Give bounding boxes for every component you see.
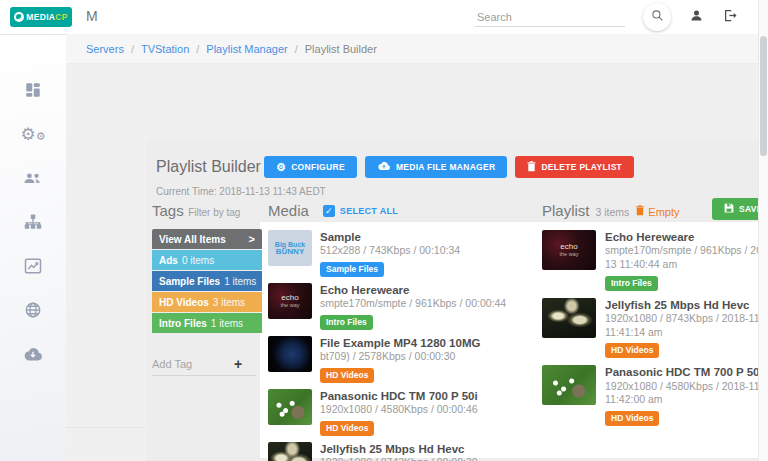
top-bar: MEDIACP M xyxy=(0,0,758,34)
delete-playlist-button[interactable]: DELETE PLAYLIST xyxy=(515,156,634,178)
tag-chip: HD Videos xyxy=(320,421,374,436)
breadcrumb-current: Playlist Builder xyxy=(305,43,377,55)
sidebar-item-settings[interactable]: ⚙⚙ xyxy=(22,123,44,145)
tag-count: 3 items xyxy=(213,297,245,308)
sitemap-icon xyxy=(24,213,42,231)
sidebar-item-dashboard[interactable] xyxy=(22,79,44,101)
media-item-title: File Example MP4 1280 10MG xyxy=(320,336,480,350)
scrollbar-thumb[interactable] xyxy=(760,36,767,156)
thumbnail-text: echo xyxy=(281,294,298,302)
logout-button[interactable] xyxy=(722,8,738,26)
media-item-title: Sample xyxy=(320,230,460,244)
breadcrumb-link-tvstation[interactable]: TVStation xyxy=(141,43,189,55)
scrollbar-track[interactable] xyxy=(758,0,768,461)
current-time: Current Time: 2018-11-13 11:43 AEDT xyxy=(156,186,326,197)
tag-chip: HD Videos xyxy=(605,411,659,426)
tag-label: HD Videos xyxy=(159,297,209,308)
globe-icon xyxy=(24,301,42,319)
tag-chip: Intro Files xyxy=(320,315,373,330)
tag-chip: HD Videos xyxy=(605,343,659,358)
sidebar: ⚙⚙ xyxy=(0,34,66,461)
tag-filter-ads[interactable]: Ads 0 items xyxy=(152,250,262,270)
media-item-meta: bt709) / 2578Kbps / 00:00:30 xyxy=(320,350,480,364)
tag-filter-sample-files[interactable]: Sample Files 1 items xyxy=(152,271,262,291)
media-file-manager-button[interactable]: MEDIA FILE MANAGER xyxy=(365,156,508,178)
tags-column: Tags Filter by tag View All Items > Ads … xyxy=(152,202,262,376)
sidebar-item-network[interactable] xyxy=(22,299,44,321)
playlist-row[interactable]: Jellyfish 25 Mbps Hd Hevc 1920x1080 / 87… xyxy=(542,298,768,359)
page-title: M xyxy=(86,8,98,24)
media-title: Media xyxy=(268,202,309,219)
user-account-button[interactable] xyxy=(689,8,704,26)
tag-chip: Intro Files xyxy=(605,276,658,291)
user-icon xyxy=(689,8,704,26)
cloud-download-icon xyxy=(23,346,43,362)
search-button[interactable] xyxy=(643,3,671,31)
delete-playlist-button-label: DELETE PLAYLIST xyxy=(541,162,622,172)
media-row[interactable]: echo the way Echo Hereweare smpte170m/sm… xyxy=(268,283,522,330)
media-thumbnail xyxy=(268,442,312,461)
playlist-row[interactable]: Panasonic HDC TM 700 P 50i 1920x1080 / 4… xyxy=(542,365,768,426)
cloud-upload-icon xyxy=(377,161,391,173)
media-item-title: Panasonic HDC TM 700 P 50i xyxy=(320,389,478,403)
media-item-meta: 1920x1080 / 8743Kbps / 00:00:30 xyxy=(320,456,478,461)
media-item-meta: 512x288 / 743Kbps / 00:10:34 xyxy=(320,244,460,258)
playlist-item-meta: 1920x1080 / 8743Kbps / 2018-11-13 11:41:… xyxy=(605,312,768,339)
empty-playlist-icon xyxy=(635,205,645,218)
thumbnail-text: echo xyxy=(560,243,577,251)
logo-text-media: MEDIA xyxy=(26,12,55,22)
media-item-title: Jellyfish 25 Mbps Hd Hevc xyxy=(320,442,478,456)
save-icon xyxy=(724,203,734,215)
media-thumbnail: echo the way xyxy=(268,283,312,319)
sidebar-item-downloads[interactable] xyxy=(22,343,44,365)
media-item-title: Echo Hereweare xyxy=(320,283,506,297)
playlist-thumbnail xyxy=(542,298,596,338)
media-row[interactable]: Panasonic HDC TM 700 P 50i 1920x1080 / 4… xyxy=(268,389,522,436)
search-input[interactable] xyxy=(475,8,625,27)
trash-icon xyxy=(527,161,536,174)
checkbox-checked-icon[interactable]: ✓ xyxy=(323,205,335,217)
breadcrumb: Servers / TVStation / Playlist Manager /… xyxy=(66,34,758,64)
card-title: Playlist Builder xyxy=(156,158,261,176)
logout-icon xyxy=(722,8,738,26)
tag-chip: HD Videos xyxy=(320,368,374,383)
media-file-manager-button-label: MEDIA FILE MANAGER xyxy=(396,162,496,172)
playlist-item-title: Echo Hereweare xyxy=(605,230,768,244)
playlist-thumbnail: echo the way xyxy=(542,230,596,270)
tag-filter-intro-files[interactable]: Intro Files 1 items xyxy=(152,313,262,333)
add-tag-input[interactable] xyxy=(152,358,234,370)
thumbnail-text: BUNNY xyxy=(276,248,304,256)
sidebar-item-users[interactable] xyxy=(22,167,44,189)
sidebar-item-hierarchy[interactable] xyxy=(22,211,44,233)
configure-button[interactable]: ⚙ CONFIGURE xyxy=(264,156,357,178)
breadcrumb-separator: / xyxy=(295,43,298,55)
dashboard-icon xyxy=(24,81,42,99)
breadcrumb-link-servers[interactable]: Servers xyxy=(86,43,124,55)
tag-label: Sample Files xyxy=(159,276,220,287)
media-thumbnail xyxy=(268,336,312,372)
mediacp-logo[interactable]: MEDIACP xyxy=(10,7,72,27)
select-all-control[interactable]: ✓ SELECT ALL xyxy=(323,205,398,217)
media-thumbnail: Big Buck BUNNY xyxy=(268,230,312,266)
configure-button-label: CONFIGURE xyxy=(291,162,345,172)
media-row[interactable]: File Example MP4 1280 10MG bt709) / 2578… xyxy=(268,336,522,383)
playlist-thumbnail xyxy=(542,365,596,405)
breadcrumb-separator: / xyxy=(131,43,134,55)
sidebar-item-statistics[interactable] xyxy=(22,255,44,277)
tag-filter-hd-videos[interactable]: HD Videos 3 items xyxy=(152,292,262,312)
tags-subtitle: Filter by tag xyxy=(188,207,240,218)
add-tag-plus-icon[interactable]: + xyxy=(234,357,242,371)
media-item-meta: smpte170m/smpte / 961Kbps / 00:00:44 xyxy=(320,297,506,311)
playlist-row[interactable]: echo the way Echo Hereweare smpte170m/sm… xyxy=(542,230,768,291)
tag-filter-view-all[interactable]: View All Items > xyxy=(152,229,262,249)
media-item-meta: 1920x1080 / 4580Kbps / 00:00:46 xyxy=(320,403,478,417)
media-row[interactable]: Big Buck BUNNY Sample 512x288 / 743Kbps … xyxy=(268,230,522,277)
playlist-item-meta: smpte170m/smpte / 961Kbps / 2018-11-13 1… xyxy=(605,244,768,271)
chevron-right-icon: > xyxy=(249,233,255,245)
breadcrumb-link-playlist-manager[interactable]: Playlist Manager xyxy=(206,43,287,55)
thumbnail-text: the way xyxy=(281,302,300,309)
empty-playlist-link[interactable]: Empty xyxy=(635,205,679,218)
playlist-item-count: 3 items xyxy=(596,206,630,218)
media-row[interactable]: Jellyfish 25 Mbps Hd Hevc 1920x1080 / 87… xyxy=(268,442,522,461)
select-all-label: SELECT ALL xyxy=(340,206,398,216)
